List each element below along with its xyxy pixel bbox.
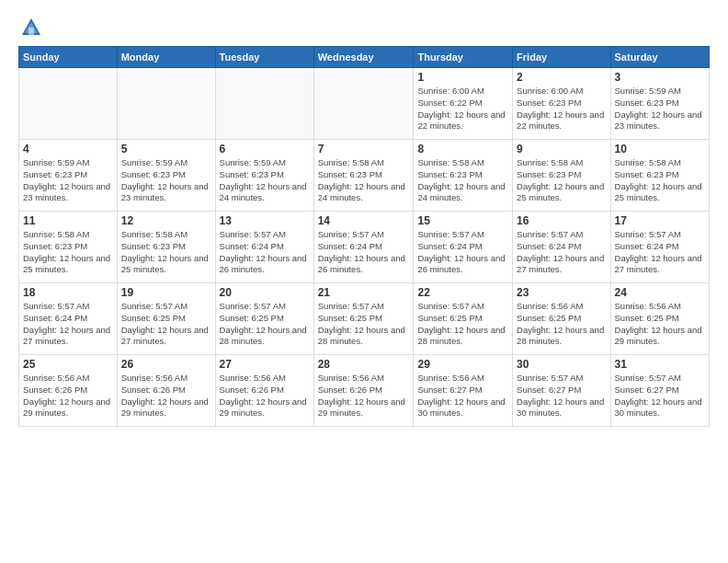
day-info: Sunrise: 6:00 AM Sunset: 6:22 PM Dayligh… <box>417 86 508 132</box>
day-info: Sunrise: 5:57 AM Sunset: 6:24 PM Dayligh… <box>318 229 410 276</box>
day-info: Sunrise: 5:57 AM Sunset: 6:24 PM Dayligh… <box>517 229 606 276</box>
day-info: Sunrise: 5:59 AM Sunset: 6:23 PM Dayligh… <box>121 157 211 204</box>
day-info: Sunrise: 5:59 AM Sunset: 6:23 PM Dayligh… <box>220 157 310 204</box>
day-number: 4 <box>23 143 113 155</box>
day-number: 12 <box>121 214 211 227</box>
calendar: SundayMondayTuesdayWednesdayThursdayFrid… <box>18 46 710 427</box>
day-number: 11 <box>23 214 113 227</box>
weekday-header: Sunday <box>19 47 118 68</box>
day-info: Sunrise: 5:58 AM Sunset: 6:23 PM Dayligh… <box>615 157 705 204</box>
day-number: 23 <box>517 286 606 299</box>
day-info: Sunrise: 5:56 AM Sunset: 6:26 PM Dayligh… <box>318 373 410 419</box>
day-info: Sunrise: 5:57 AM Sunset: 6:24 PM Dayligh… <box>23 301 113 348</box>
calendar-cell: 26Sunrise: 5:56 AM Sunset: 6:26 PM Dayli… <box>117 355 215 427</box>
calendar-cell <box>313 68 414 140</box>
calendar-cell: 15Sunrise: 5:57 AM Sunset: 6:24 PM Dayli… <box>414 212 513 283</box>
day-number: 29 <box>417 358 508 371</box>
calendar-cell: 29Sunrise: 5:56 AM Sunset: 6:27 PM Dayli… <box>414 355 513 427</box>
calendar-cell: 24Sunrise: 5:56 AM Sunset: 6:25 PM Dayli… <box>610 283 709 355</box>
weekday-header: Friday <box>513 47 610 68</box>
day-info: Sunrise: 5:56 AM Sunset: 6:26 PM Dayligh… <box>23 373 113 419</box>
calendar-cell: 2Sunrise: 6:00 AM Sunset: 6:23 PM Daylig… <box>513 68 610 140</box>
day-info: Sunrise: 5:57 AM Sunset: 6:24 PM Dayligh… <box>220 229 310 276</box>
weekday-header: Tuesday <box>215 47 313 68</box>
day-info: Sunrise: 5:56 AM Sunset: 6:26 PM Dayligh… <box>121 373 211 419</box>
day-info: Sunrise: 5:57 AM Sunset: 6:24 PM Dayligh… <box>417 229 508 276</box>
logo <box>18 15 48 40</box>
week-row: 1Sunrise: 6:00 AM Sunset: 6:22 PM Daylig… <box>19 68 710 140</box>
header <box>18 15 710 40</box>
day-number: 5 <box>121 143 211 155</box>
calendar-cell: 10Sunrise: 5:58 AM Sunset: 6:23 PM Dayli… <box>610 140 709 212</box>
calendar-cell: 18Sunrise: 5:57 AM Sunset: 6:24 PM Dayli… <box>19 283 118 355</box>
day-info: Sunrise: 5:59 AM Sunset: 6:23 PM Dayligh… <box>23 157 113 204</box>
day-number: 7 <box>318 143 410 155</box>
calendar-cell <box>117 68 215 140</box>
calendar-cell: 20Sunrise: 5:57 AM Sunset: 6:25 PM Dayli… <box>215 283 313 355</box>
calendar-cell: 19Sunrise: 5:57 AM Sunset: 6:25 PM Dayli… <box>117 283 215 355</box>
calendar-cell: 11Sunrise: 5:58 AM Sunset: 6:23 PM Dayli… <box>19 212 118 283</box>
calendar-cell: 4Sunrise: 5:59 AM Sunset: 6:23 PM Daylig… <box>19 140 118 212</box>
day-info: Sunrise: 5:57 AM Sunset: 6:25 PM Dayligh… <box>318 301 410 348</box>
day-number: 22 <box>417 286 508 299</box>
calendar-cell: 22Sunrise: 5:57 AM Sunset: 6:25 PM Dayli… <box>414 283 513 355</box>
day-number: 27 <box>220 358 310 371</box>
day-number: 30 <box>517 358 606 371</box>
day-info: Sunrise: 5:57 AM Sunset: 6:27 PM Dayligh… <box>517 373 606 419</box>
day-info: Sunrise: 5:58 AM Sunset: 6:23 PM Dayligh… <box>517 157 606 204</box>
calendar-cell: 23Sunrise: 5:56 AM Sunset: 6:25 PM Dayli… <box>513 283 610 355</box>
week-row: 25Sunrise: 5:56 AM Sunset: 6:26 PM Dayli… <box>19 355 710 427</box>
calendar-cell: 13Sunrise: 5:57 AM Sunset: 6:24 PM Dayli… <box>215 212 313 283</box>
day-info: Sunrise: 5:57 AM Sunset: 6:24 PM Dayligh… <box>615 229 705 276</box>
week-row: 4Sunrise: 5:59 AM Sunset: 6:23 PM Daylig… <box>19 140 710 212</box>
calendar-cell: 16Sunrise: 5:57 AM Sunset: 6:24 PM Dayli… <box>513 212 610 283</box>
day-number: 18 <box>23 286 113 299</box>
calendar-cell: 30Sunrise: 5:57 AM Sunset: 6:27 PM Dayli… <box>513 355 610 427</box>
day-number: 21 <box>318 286 410 299</box>
day-number: 20 <box>220 286 310 299</box>
day-number: 10 <box>615 143 705 155</box>
calendar-cell: 12Sunrise: 5:58 AM Sunset: 6:23 PM Dayli… <box>117 212 215 283</box>
day-info: Sunrise: 5:59 AM Sunset: 6:23 PM Dayligh… <box>615 86 705 132</box>
day-number: 15 <box>417 214 508 227</box>
day-number: 26 <box>121 358 211 371</box>
day-info: Sunrise: 5:57 AM Sunset: 6:25 PM Dayligh… <box>220 301 310 348</box>
calendar-cell: 3Sunrise: 5:59 AM Sunset: 6:23 PM Daylig… <box>610 68 709 140</box>
weekday-header: Monday <box>117 47 215 68</box>
day-number: 6 <box>220 143 310 155</box>
calendar-cell <box>215 68 313 140</box>
day-number: 31 <box>615 358 705 371</box>
calendar-cell: 8Sunrise: 5:58 AM Sunset: 6:23 PM Daylig… <box>414 140 513 212</box>
week-row: 11Sunrise: 5:58 AM Sunset: 6:23 PM Dayli… <box>19 212 710 283</box>
calendar-cell: 6Sunrise: 5:59 AM Sunset: 6:23 PM Daylig… <box>215 140 313 212</box>
day-number: 13 <box>220 214 310 227</box>
calendar-cell <box>19 68 118 140</box>
day-info: Sunrise: 6:00 AM Sunset: 6:23 PM Dayligh… <box>517 86 606 132</box>
day-number: 28 <box>318 358 410 371</box>
calendar-cell: 17Sunrise: 5:57 AM Sunset: 6:24 PM Dayli… <box>610 212 709 283</box>
weekday-header: Thursday <box>414 47 513 68</box>
day-info: Sunrise: 5:58 AM Sunset: 6:23 PM Dayligh… <box>417 157 508 204</box>
day-info: Sunrise: 5:58 AM Sunset: 6:23 PM Dayligh… <box>318 157 410 204</box>
day-number: 19 <box>121 286 211 299</box>
day-number: 8 <box>417 143 508 155</box>
day-number: 1 <box>417 71 508 84</box>
weekday-header-row: SundayMondayTuesdayWednesdayThursdayFrid… <box>19 47 710 68</box>
day-info: Sunrise: 5:57 AM Sunset: 6:25 PM Dayligh… <box>121 301 211 348</box>
day-info: Sunrise: 5:58 AM Sunset: 6:23 PM Dayligh… <box>23 229 113 276</box>
calendar-cell: 28Sunrise: 5:56 AM Sunset: 6:26 PM Dayli… <box>313 355 414 427</box>
day-info: Sunrise: 5:56 AM Sunset: 6:26 PM Dayligh… <box>220 373 310 419</box>
day-number: 14 <box>318 214 410 227</box>
calendar-cell: 14Sunrise: 5:57 AM Sunset: 6:24 PM Dayli… <box>313 212 414 283</box>
logo-icon <box>18 15 44 40</box>
day-info: Sunrise: 5:57 AM Sunset: 6:27 PM Dayligh… <box>615 373 705 419</box>
week-row: 18Sunrise: 5:57 AM Sunset: 6:24 PM Dayli… <box>19 283 710 355</box>
day-info: Sunrise: 5:57 AM Sunset: 6:25 PM Dayligh… <box>417 301 508 348</box>
weekday-header: Wednesday <box>313 47 414 68</box>
day-number: 9 <box>517 143 606 155</box>
day-info: Sunrise: 5:56 AM Sunset: 6:25 PM Dayligh… <box>517 301 606 348</box>
day-number: 17 <box>615 214 705 227</box>
day-number: 24 <box>615 286 705 299</box>
calendar-cell: 9Sunrise: 5:58 AM Sunset: 6:23 PM Daylig… <box>513 140 610 212</box>
day-number: 16 <box>517 214 606 227</box>
